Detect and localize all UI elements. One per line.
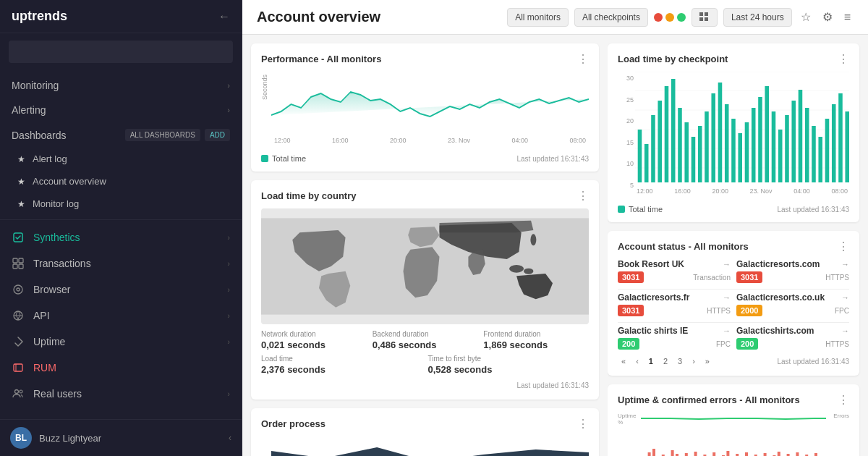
sidebar-item-browser[interactable]: Browser ›	[0, 276, 242, 303]
last-page-button[interactable]: »	[702, 355, 713, 367]
status-badge: 2000	[736, 305, 762, 316]
search-bar[interactable]	[9, 41, 233, 63]
last-updated: Last updated 16:31:43	[777, 206, 849, 214]
uptime-chart	[641, 413, 826, 456]
left-column: Performance - All monitors ⋮ Seconds	[242, 35, 608, 456]
search-input[interactable]	[16, 47, 226, 57]
svg-rect-62	[652, 449, 655, 456]
legend-dot	[618, 206, 625, 213]
arrow-icon: →	[723, 326, 731, 335]
status-badge: 200	[618, 338, 639, 350]
sidebar-item-uptime[interactable]: Uptime ›	[0, 329, 242, 355]
pagination[interactable]: « ‹ 1 2 3 › »	[618, 355, 713, 367]
all-monitors-button[interactable]: All monitors	[507, 8, 569, 27]
add-dashboard-button[interactable]: ADD	[205, 129, 230, 141]
svg-rect-51	[791, 101, 796, 182]
card-menu-icon[interactable]: ⋮	[838, 52, 849, 66]
svg-point-17	[524, 269, 533, 274]
svg-rect-78	[726, 451, 729, 456]
svg-rect-1	[13, 258, 17, 263]
page-1-button[interactable]: 1	[645, 355, 657, 367]
sidebar-item-real-users[interactable]: Real users ›	[0, 381, 242, 407]
card-menu-icon[interactable]: ⋮	[577, 52, 589, 66]
svg-rect-55	[818, 137, 822, 182]
last-updated: Last updated 16:31:43	[777, 358, 849, 366]
sidebar-item-monitoring[interactable]: Monitoring ›	[0, 73, 242, 98]
frontend-duration: Frontend duration 1,869 seconds	[483, 330, 589, 350]
svg-rect-53	[805, 108, 809, 182]
star-button[interactable]: ☆	[798, 7, 814, 27]
load-time: Load time 2,376 seconds	[261, 355, 422, 375]
legend-dot	[261, 155, 268, 162]
card-menu-icon[interactable]: ⋮	[577, 189, 589, 203]
status-row-3: Galactic shirts IE → 200 FPC Galacticshi…	[618, 326, 849, 350]
card-menu-icon[interactable]: ⋮	[577, 417, 589, 431]
order-process-title: Order process	[261, 418, 326, 429]
sidebar-footer[interactable]: BL Buzz Lightyear ‹	[0, 419, 242, 456]
chevron-right-icon: ›	[227, 311, 230, 320]
page-3-button[interactable]: 3	[674, 355, 686, 367]
all-dashboards-button[interactable]: ALL DASHBOARDS	[125, 129, 200, 141]
status-dots	[654, 13, 686, 22]
status-badge: 3031	[618, 305, 644, 316]
arrow-icon: →	[841, 293, 849, 302]
load-time-country-title: Load time by country	[261, 190, 356, 201]
status-item-book-resort: Book Resort UK → 3031 Transaction	[618, 259, 731, 283]
svg-rect-56	[825, 119, 830, 182]
sidebar-item-api[interactable]: API ›	[0, 303, 242, 329]
y-axis-label: Seconds	[261, 75, 268, 100]
arrow-icon: →	[841, 260, 849, 269]
status-item-galacticresorts-com: Galacticresorts.com → 3031 HTTPS	[736, 259, 849, 283]
sidebar-item-rum[interactable]: RUM	[0, 355, 242, 381]
sidebar-item-alerting[interactable]: Alerting ›	[0, 98, 242, 122]
menu-button[interactable]: ≡	[841, 8, 854, 27]
chevron-right-icon: ›	[227, 337, 230, 346]
settings-button[interactable]: ⚙	[820, 7, 835, 27]
sidebar-collapse-button[interactable]: ←	[218, 10, 230, 23]
top-controls: All monitors All checkpoints Last 24 hou…	[507, 7, 854, 27]
chevron-right-icon: ›	[227, 233, 230, 242]
arrow-icon: →	[723, 293, 731, 302]
account-status-title: Account status - All monitors	[618, 241, 749, 252]
card-menu-icon[interactable]: ⋮	[838, 393, 849, 407]
card-menu-icon[interactable]: ⋮	[838, 240, 849, 253]
sidebar-item-transactions[interactable]: Transactions ›	[0, 250, 242, 276]
time-range-button[interactable]: Last 24 hours	[723, 8, 792, 27]
svg-rect-57	[832, 104, 836, 182]
transactions-icon	[12, 257, 25, 270]
svg-rect-32	[665, 86, 669, 182]
svg-rect-82	[745, 452, 748, 456]
sidebar-item-monitor-log[interactable]: ★ Monitor log	[0, 193, 242, 215]
svg-rect-3	[13, 264, 17, 269]
sidebar-item-account-overview[interactable]: ★ Account overview	[0, 170, 242, 193]
chevron-down-icon: ‹	[229, 433, 231, 443]
svg-rect-30	[651, 115, 655, 182]
svg-rect-97	[814, 453, 817, 456]
svg-rect-40	[718, 83, 723, 182]
sidebar-item-synthetics[interactable]: Synthetics ›	[0, 224, 242, 250]
world-map	[261, 208, 589, 324]
sidebar-item-dashboards[interactable]: Dashboards ALL DASHBOARDS ADD	[0, 122, 242, 148]
sidebar-item-alert-log[interactable]: ★ Alert log	[0, 148, 242, 170]
first-page-button[interactable]: «	[618, 355, 629, 367]
load-time-checkpoint-card: Load time by checkpoint ⋮ 30 25 20 15 10…	[608, 43, 859, 222]
svg-rect-69	[685, 453, 688, 456]
arrow-icon: →	[841, 326, 849, 335]
chevron-right-icon: ›	[227, 259, 230, 268]
svg-rect-13	[699, 17, 703, 21]
svg-rect-44	[745, 122, 749, 182]
last-updated: Last updated 16:31:43	[516, 381, 589, 389]
all-checkpoints-button[interactable]: All checkpoints	[574, 8, 648, 27]
sidebar-header: uptrends ←	[0, 0, 242, 33]
star-icon: ★	[17, 199, 25, 209]
next-page-button[interactable]: ›	[689, 355, 699, 367]
svg-rect-12	[705, 12, 708, 16]
svg-point-16	[509, 265, 524, 273]
grid-view-button[interactable]	[692, 8, 718, 27]
status-item-galactic-shirts-ie: Galactic shirts IE → 200 FPC	[618, 326, 731, 350]
page-2-button[interactable]: 2	[660, 355, 671, 367]
checkpoint-bar-chart	[635, 72, 849, 187]
svg-rect-11	[699, 12, 703, 16]
prev-page-button[interactable]: ‹	[632, 355, 642, 367]
svg-rect-38	[705, 111, 709, 182]
